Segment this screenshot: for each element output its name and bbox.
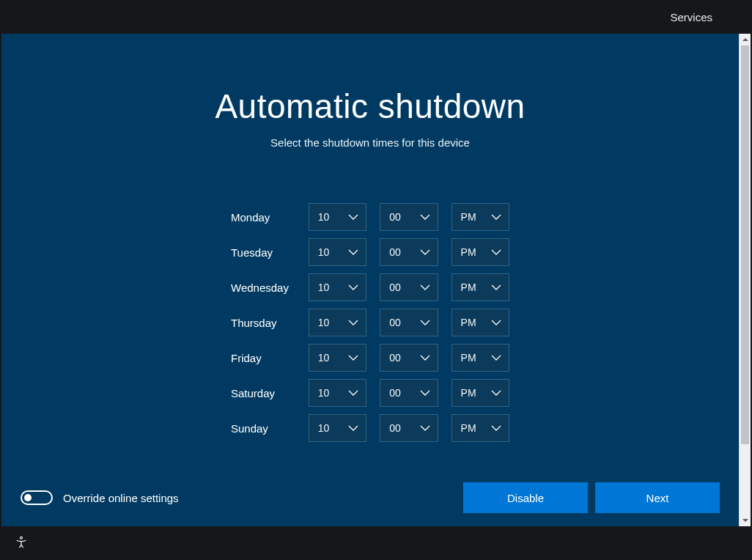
minute-dropdown[interactable]: 00	[380, 379, 438, 407]
chevron-down-icon	[491, 423, 501, 433]
chevron-down-icon	[348, 423, 358, 433]
chevron-down-icon	[742, 517, 748, 523]
minute-dropdown[interactable]: 00	[380, 203, 438, 231]
scroll-thumb[interactable]	[741, 45, 749, 444]
chevron-up-icon	[742, 37, 748, 43]
day-label: Saturday	[231, 387, 295, 399]
chevron-down-icon	[348, 247, 358, 257]
chevron-down-icon	[491, 282, 501, 292]
scroll-up-button[interactable]	[740, 34, 751, 45]
page-title: Automatic shutdown	[1, 86, 739, 126]
chevron-down-icon	[491, 388, 501, 398]
chevron-down-icon	[491, 247, 501, 257]
schedule-row: Wednesday 10 00 PM	[231, 273, 509, 301]
schedule-row: Tuesday 10 00 PM	[231, 238, 509, 266]
ampm-dropdown[interactable]: PM	[451, 203, 509, 231]
titlebar: Services	[0, 0, 752, 34]
disable-button[interactable]: Disable	[463, 482, 588, 513]
day-label: Friday	[231, 352, 295, 364]
next-button[interactable]: Next	[595, 482, 720, 513]
ampm-dropdown[interactable]: PM	[451, 344, 509, 372]
scroll-track[interactable]	[740, 45, 751, 515]
minute-dropdown[interactable]: 00	[380, 273, 438, 301]
hour-dropdown[interactable]: 10	[309, 238, 366, 266]
titlebar-title: Services	[670, 11, 712, 23]
ampm-dropdown[interactable]: PM	[451, 379, 509, 407]
ampm-dropdown[interactable]: PM	[451, 309, 509, 336]
footer-row: Override online settings Disable Next	[21, 482, 720, 513]
minute-dropdown[interactable]: 00	[380, 344, 438, 372]
hour-dropdown[interactable]: 10	[309, 203, 366, 231]
chevron-down-icon	[420, 317, 430, 328]
chevron-down-icon	[491, 317, 501, 328]
scroll-down-button[interactable]	[740, 515, 751, 526]
ampm-dropdown[interactable]: PM	[451, 273, 509, 301]
vertical-scrollbar[interactable]	[739, 34, 751, 526]
svg-point-0	[21, 537, 23, 539]
schedule-grid: Monday 10 00 PM Tuesday	[1, 203, 739, 442]
minute-dropdown[interactable]: 00	[380, 309, 438, 336]
day-label: Wednesday	[231, 281, 295, 294]
hour-value: 10	[318, 211, 330, 223]
chevron-down-icon	[348, 388, 358, 398]
schedule-row: Thursday 10 00 PM	[231, 309, 509, 336]
main-panel: Automatic shutdown Select the shutdown t…	[1, 34, 739, 526]
ampm-dropdown[interactable]: PM	[451, 238, 509, 266]
hour-dropdown[interactable]: 10	[309, 344, 366, 372]
hour-dropdown[interactable]: 10	[309, 273, 366, 301]
chevron-down-icon	[348, 317, 358, 328]
minute-dropdown[interactable]: 00	[380, 238, 438, 266]
chevron-down-icon	[420, 388, 430, 398]
day-label: Thursday	[231, 317, 295, 329]
chevron-down-icon	[420, 247, 430, 257]
day-label: Sunday	[231, 422, 295, 435]
hour-dropdown[interactable]: 10	[309, 379, 366, 407]
hour-dropdown[interactable]: 10	[309, 309, 366, 336]
schedule-row: Friday 10 00 PM	[231, 344, 509, 372]
minute-value: 00	[389, 211, 401, 223]
chevron-down-icon	[420, 423, 430, 433]
chevron-down-icon	[348, 282, 358, 292]
day-label: Tuesday	[231, 246, 295, 259]
chevron-down-icon	[348, 353, 358, 363]
minute-dropdown[interactable]: 00	[380, 414, 438, 442]
bottom-bar	[1, 526, 751, 559]
page-subtitle: Select the shutdown times for this devic…	[1, 136, 739, 149]
ampm-dropdown[interactable]: PM	[451, 414, 509, 442]
override-toggle-group: Override online settings	[21, 490, 179, 505]
oobe-window: Services Automatic shutdown Select the s…	[0, 0, 752, 560]
chevron-down-icon	[420, 212, 430, 222]
ampm-value: PM	[461, 211, 476, 223]
day-label: Monday	[231, 211, 295, 224]
schedule-row: Saturday 10 00 PM	[231, 379, 509, 407]
schedule-row: Monday 10 00 PM	[231, 203, 509, 231]
chevron-down-icon	[420, 282, 430, 292]
chevron-down-icon	[348, 212, 358, 222]
content-frame: Automatic shutdown Select the shutdown t…	[1, 34, 751, 526]
chevron-down-icon	[491, 212, 501, 222]
toggle-dot	[24, 494, 32, 501]
chevron-down-icon	[491, 353, 501, 363]
schedule-row: Sunday 10 00 PM	[231, 414, 509, 442]
ease-of-access-icon[interactable]	[15, 536, 28, 549]
button-row: Disable Next	[463, 482, 720, 513]
override-toggle[interactable]	[21, 490, 53, 505]
hour-dropdown[interactable]: 10	[309, 414, 366, 442]
override-label: Override online settings	[63, 492, 179, 504]
chevron-down-icon	[420, 353, 430, 363]
